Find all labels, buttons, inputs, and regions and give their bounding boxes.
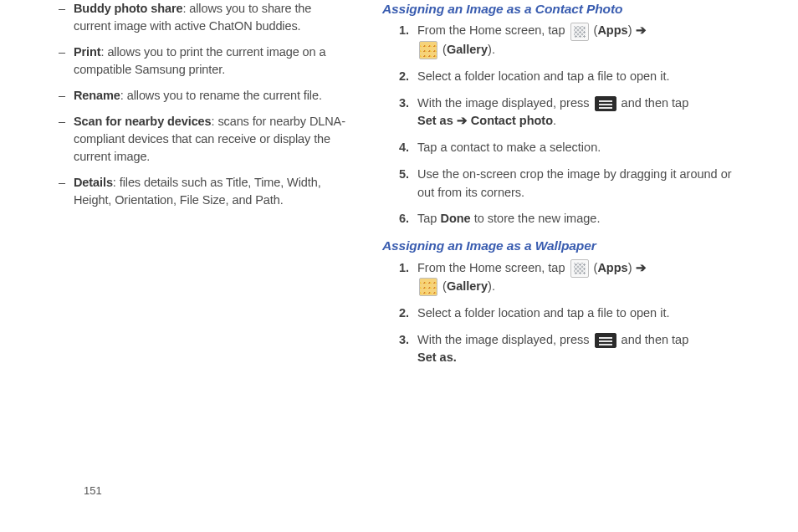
feature-term: Buddy photo share (74, 2, 182, 15)
gallery-label: Gallery (447, 279, 488, 293)
step-text: Use the on-screen crop the image by drag… (417, 167, 732, 199)
gallery-label: Gallery (447, 43, 488, 56)
apps-label: Apps (597, 261, 627, 274)
done-label: Done (440, 212, 470, 225)
gallery-icon (419, 278, 437, 296)
set-as-label: Set as (417, 114, 453, 127)
step-text: Select a folder location and tap a file … (417, 306, 669, 320)
arrow-icon: ➔ (636, 23, 647, 37)
feature-desc: : allows you to print the current image … (74, 45, 325, 76)
feature-term: Print (74, 45, 101, 59)
gallery-icon (419, 41, 437, 59)
menu-icon (595, 96, 616, 111)
step-text: ). (488, 279, 495, 293)
contact-photo-label: Contact photo (471, 114, 553, 127)
feature-buddy-photo-share: Buddy photo share: allows you to share t… (50, 0, 347, 35)
step-text: ). (488, 43, 495, 56)
step-item: Tap Done to store the new image. (417, 210, 748, 228)
feature-term: Rename (74, 89, 120, 102)
apps-label: Apps (597, 23, 627, 37)
step-text: . (553, 114, 556, 127)
apps-icon (570, 259, 589, 278)
feature-details: Details: files details such as Title, Ti… (50, 174, 347, 209)
feature-rename: Rename: allows you to rename the current… (50, 87, 347, 105)
steps-wallpaper: From the Home screen, tap (Apps) ➔ (Gall… (382, 259, 748, 368)
step-text: ) (628, 23, 636, 37)
left-column: Buddy photo share: allows you to share t… (50, 0, 347, 376)
step-text: With the image displayed, press (417, 96, 593, 110)
two-column-layout: Buddy photo share: allows you to share t… (50, 0, 748, 376)
right-column: Assigning an Image as a Contact Photo Fr… (382, 0, 748, 376)
step-item: From the Home screen, tap (Apps) ➔ (Gall… (417, 259, 748, 296)
section-heading-wallpaper: Assigning an Image as a Wallpaper (382, 237, 748, 255)
feature-scan-nearby: Scan for nearby devices: scans for nearb… (50, 113, 347, 166)
section-heading-contact-photo: Assigning an Image as a Contact Photo (382, 0, 748, 18)
step-item: Select a folder location and tap a file … (417, 68, 748, 86)
step-text: ) (628, 261, 636, 274)
step-item: From the Home screen, tap (Apps) ➔ (Gall… (417, 22, 748, 59)
step-text: and then tap (622, 96, 689, 110)
step-item: With the image displayed, press and then… (417, 331, 748, 368)
step-item: Use the on-screen crop the image by drag… (417, 166, 748, 202)
menu-icon (595, 333, 616, 348)
step-text: From the Home screen, tap (417, 23, 569, 37)
arrow-icon: ➔ (636, 261, 647, 274)
step-text: and then tap (622, 333, 689, 346)
feature-list: Buddy photo share: allows you to share t… (50, 0, 347, 209)
feature-term: Details (74, 176, 113, 189)
step-text: Select a folder location and tap a file … (417, 69, 669, 83)
step-item: Tap a contact to make a selection. (417, 139, 748, 157)
step-text: Tap (417, 212, 440, 225)
feature-desc: : allows you to rename the current file. (120, 89, 322, 102)
step-text: Tap a contact to make a selection. (417, 141, 601, 154)
steps-contact-photo: From the Home screen, tap (Apps) ➔ (Gall… (382, 22, 748, 228)
set-as-label: Set as. (417, 350, 457, 364)
feature-term: Scan for nearby devices (74, 115, 212, 128)
page-number: 151 (84, 484, 102, 497)
feature-print: Print: allows you to print the current i… (50, 43, 347, 79)
arrow-icon: ➔ (457, 114, 468, 127)
step-item: Select a folder location and tap a file … (417, 304, 748, 323)
step-text: From the Home screen, tap (417, 261, 569, 274)
step-text: to store the new image. (471, 212, 601, 225)
step-text: With the image displayed, press (417, 333, 593, 346)
apps-icon (570, 23, 589, 41)
manual-page: Buddy photo share: allows you to share t… (0, 0, 798, 532)
step-item: With the image displayed, press and then… (417, 95, 748, 131)
